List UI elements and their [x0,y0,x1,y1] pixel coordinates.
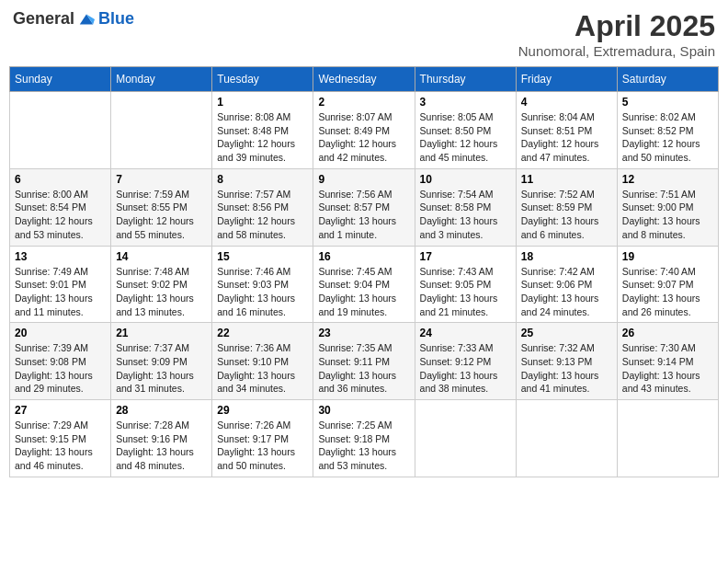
day-info: Sunrise: 7:37 AMSunset: 9:09 PMDaylight:… [116,341,207,396]
day-info: Sunrise: 7:33 AMSunset: 9:12 PMDaylight:… [420,341,511,396]
sunset: Sunset: 8:56 PM [217,201,289,213]
day-number: 19 [622,250,713,263]
day-number: 7 [116,173,207,186]
sunrise: Sunrise: 8:04 AM [521,111,595,122]
logo-blue-text: Blue [98,9,134,29]
daylight: Daylight: 13 hours and 53 minutes. [318,446,396,471]
calendar-cell: 28Sunrise: 7:28 AMSunset: 9:16 PMDayligh… [111,400,212,477]
sunrise: Sunrise: 7:39 AM [15,342,88,353]
sunrise: Sunrise: 7:42 AM [521,266,595,277]
day-number: 1 [217,96,308,109]
calendar-week-row: 1Sunrise: 8:08 AMSunset: 8:48 PMDaylight… [10,92,719,169]
day-info: Sunrise: 7:25 AMSunset: 9:18 PMDaylight:… [318,419,409,473]
day-number: 29 [217,404,308,417]
calendar-cell: 2Sunrise: 8:07 AMSunset: 8:49 PMDaylight… [313,92,415,169]
calendar-cell: 15Sunrise: 7:46 AMSunset: 9:03 PMDayligh… [212,246,313,323]
calendar-cell [516,400,617,477]
sunrise: Sunrise: 8:05 AM [420,111,494,122]
logo-icon [78,11,95,28]
sunset: Sunset: 8:55 PM [116,201,188,213]
sunrise: Sunrise: 7:51 AM [622,189,696,200]
title-block: April 2025 Nunomoral, Extremadura, Spain [518,9,715,59]
day-number: 26 [622,327,713,339]
daylight: Daylight: 12 hours and 58 minutes. [217,215,295,240]
day-number: 21 [116,327,207,339]
sunset: Sunset: 8:57 PM [318,201,390,213]
day-info: Sunrise: 8:04 AMSunset: 8:51 PMDaylight:… [521,110,612,165]
day-number: 25 [521,327,612,339]
calendar-header-row: SundayMondayTuesdayWednesdayThursdayFrid… [10,67,719,92]
sunrise: Sunrise: 7:33 AM [420,342,494,353]
day-info: Sunrise: 7:49 AMSunset: 9:01 PMDaylight:… [15,265,106,319]
daylight: Daylight: 12 hours and 45 minutes. [420,138,498,163]
calendar-cell [10,92,111,169]
sunset: Sunset: 9:02 PM [116,279,188,290]
location-title: Nunomoral, Extremadura, Spain [518,43,715,59]
day-number: 6 [15,173,106,186]
calendar-cell [617,400,718,477]
day-number: 15 [217,250,308,263]
daylight: Daylight: 12 hours and 50 minutes. [622,138,700,163]
day-info: Sunrise: 7:32 AMSunset: 9:13 PMDaylight:… [521,341,612,396]
sunset: Sunset: 9:03 PM [217,279,289,290]
day-number: 5 [622,96,713,109]
day-info: Sunrise: 7:42 AMSunset: 9:06 PMDaylight:… [521,265,612,319]
sunset: Sunset: 9:06 PM [521,279,593,290]
daylight: Daylight: 13 hours and 11 minutes. [15,293,93,317]
calendar-body: 1Sunrise: 8:08 AMSunset: 8:48 PMDaylight… [10,92,719,477]
daylight: Daylight: 13 hours and 13 minutes. [116,293,194,317]
calendar-cell [111,92,212,169]
sunset: Sunset: 9:10 PM [217,356,289,367]
day-info: Sunrise: 8:00 AMSunset: 8:54 PMDaylight:… [15,188,106,242]
sunrise: Sunrise: 7:54 AM [420,189,494,200]
sunrise: Sunrise: 7:29 AM [15,419,88,431]
calendar-week-row: 13Sunrise: 7:49 AMSunset: 9:01 PMDayligh… [10,246,719,323]
sunset: Sunset: 8:51 PM [521,125,593,136]
calendar-week-row: 27Sunrise: 7:29 AMSunset: 9:15 PMDayligh… [10,400,719,477]
day-number: 24 [420,327,511,339]
daylight: Daylight: 13 hours and 48 minutes. [116,446,194,471]
calendar-day-header: Friday [516,67,617,92]
sunset: Sunset: 8:52 PM [622,125,694,136]
sunset: Sunset: 8:50 PM [420,125,492,136]
calendar-cell: 6Sunrise: 8:00 AMSunset: 8:54 PMDaylight… [10,168,111,246]
calendar-cell: 22Sunrise: 7:36 AMSunset: 9:10 PMDayligh… [212,323,313,400]
calendar-cell: 11Sunrise: 7:52 AMSunset: 8:59 PMDayligh… [516,168,617,246]
day-number: 27 [15,404,106,417]
daylight: Daylight: 12 hours and 55 minutes. [116,215,194,240]
calendar-cell: 10Sunrise: 7:54 AMSunset: 8:58 PMDayligh… [415,168,516,246]
logo-general-text: General [13,9,74,29]
day-info: Sunrise: 7:56 AMSunset: 8:57 PMDaylight:… [318,188,409,242]
day-info: Sunrise: 8:05 AMSunset: 8:50 PMDaylight:… [420,110,511,165]
sunrise: Sunrise: 7:57 AM [217,189,290,200]
sunset: Sunset: 8:58 PM [420,201,492,213]
calendar-day-header: Monday [111,67,212,92]
sunrise: Sunrise: 8:07 AM [318,111,392,122]
sunrise: Sunrise: 7:26 AM [217,419,290,431]
day-number: 23 [318,327,409,339]
calendar-cell: 13Sunrise: 7:49 AMSunset: 9:01 PMDayligh… [10,246,111,323]
day-number: 2 [318,96,409,109]
sunrise: Sunrise: 7:43 AM [420,266,494,277]
calendar-cell: 19Sunrise: 7:40 AMSunset: 9:07 PMDayligh… [617,246,718,323]
daylight: Daylight: 13 hours and 29 minutes. [15,370,93,395]
day-number: 4 [521,96,612,109]
sunrise: Sunrise: 7:46 AM [217,266,290,277]
sunrise: Sunrise: 7:28 AM [116,419,189,431]
calendar-cell [415,400,516,477]
logo: General Blue [13,9,134,29]
sunrise: Sunrise: 7:35 AM [318,342,392,353]
day-info: Sunrise: 7:29 AMSunset: 9:15 PMDaylight:… [15,419,106,473]
calendar-day-header: Sunday [10,67,111,92]
day-number: 30 [318,404,409,417]
calendar-cell: 8Sunrise: 7:57 AMSunset: 8:56 PMDaylight… [212,168,313,246]
calendar-cell: 26Sunrise: 7:30 AMSunset: 9:14 PMDayligh… [617,323,718,400]
calendar-cell: 23Sunrise: 7:35 AMSunset: 9:11 PMDayligh… [313,323,415,400]
daylight: Daylight: 13 hours and 36 minutes. [318,370,396,395]
sunset: Sunset: 9:14 PM [622,356,694,367]
day-number: 17 [420,250,511,263]
calendar-cell: 3Sunrise: 8:05 AMSunset: 8:50 PMDaylight… [415,92,516,169]
sunset: Sunset: 9:00 PM [622,201,694,213]
daylight: Daylight: 13 hours and 31 minutes. [116,370,194,395]
calendar-day-header: Wednesday [313,67,415,92]
